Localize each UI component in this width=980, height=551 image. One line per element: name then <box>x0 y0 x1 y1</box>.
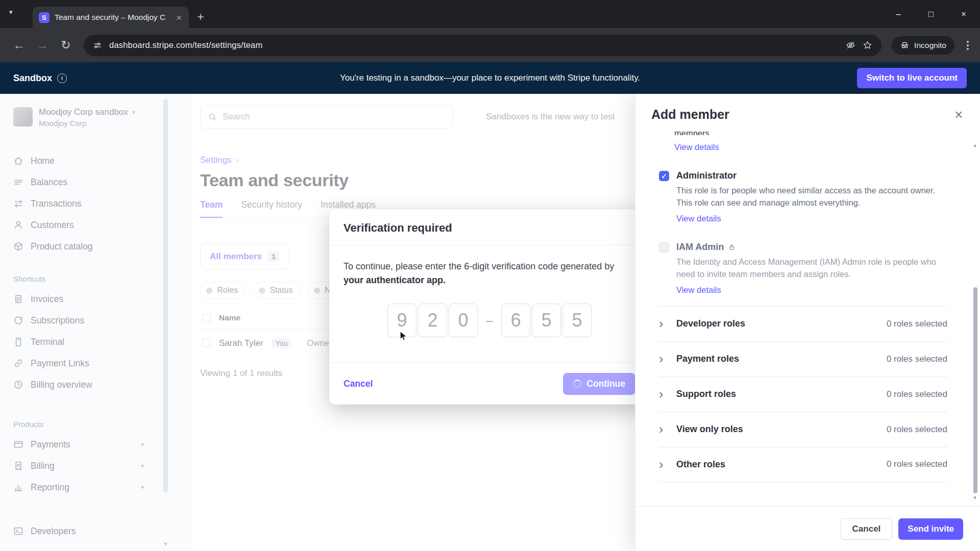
url-text: dashboard.stripe.com/test/settings/team <box>109 40 839 50</box>
browser-chrome: ▾ S Team and security – Moodjoy C × + – … <box>0 0 980 62</box>
administrator-checkbox[interactable]: ✓ <box>659 171 669 181</box>
view-details-link[interactable]: View details <box>674 142 719 152</box>
group-view-only-roles[interactable]: › View only roles 0 roles selected <box>659 412 947 447</box>
maximize-button[interactable]: □ <box>915 0 947 28</box>
mouse-cursor <box>398 330 410 342</box>
chevron-right-icon: › <box>659 388 669 400</box>
modal-title: Verification required <box>329 209 650 245</box>
group-status: 0 roles selected <box>887 389 947 399</box>
otp-digit-5[interactable]: 5 <box>532 304 561 337</box>
role-description: This role is for people who need similar… <box>676 185 944 209</box>
address-bar[interactable]: dashboard.stripe.com/test/settings/team <box>84 35 881 56</box>
tab-strip: ▾ S Team and security – Moodjoy C × + – … <box>0 0 980 28</box>
site-settings-icon[interactable] <box>93 41 102 50</box>
window-close-button[interactable]: × <box>947 0 980 28</box>
group-status: 0 roles selected <box>887 354 947 364</box>
stripe-favicon: S <box>39 12 50 23</box>
panel-body: members. View details ✓ Administrator Th… <box>635 132 980 506</box>
send-invite-button[interactable]: Send invite <box>898 518 963 540</box>
group-other-roles[interactable]: › Other roles 0 roles selected <box>659 447 947 482</box>
group-developer-roles[interactable]: › Developer roles 0 roles selected <box>659 306 947 341</box>
chevron-right-icon: › <box>659 458 669 471</box>
tab-close-icon[interactable]: × <box>175 12 183 23</box>
forward-button[interactable]: → <box>32 38 53 52</box>
incognito-label: Incognito <box>914 41 946 50</box>
window-menu-icon[interactable]: ▾ <box>9 8 13 16</box>
chevron-right-icon: › <box>659 317 669 330</box>
check-icon: ✓ <box>662 172 667 180</box>
browser-tab[interactable]: S Team and security – Moodjoy C × <box>33 7 189 28</box>
role-name-text: IAM Admin <box>676 242 724 253</box>
window-controls: – □ × <box>882 0 980 28</box>
group-status: 0 roles selected <box>887 424 947 435</box>
group-label: Payment roles <box>676 354 739 364</box>
group-status: 0 roles selected <box>887 459 947 469</box>
minimize-button[interactable]: – <box>882 0 915 28</box>
otp-digit-6[interactable]: 5 <box>562 304 592 337</box>
clipped-text: members. <box>674 132 947 135</box>
role-administrator: ✓ Administrator This role is for people … <box>659 170 947 223</box>
otp-digit-4[interactable]: 6 <box>501 304 530 337</box>
role-groups: › Developer roles 0 roles selected › Pay… <box>659 306 947 482</box>
group-label: View only roles <box>676 424 743 435</box>
chevron-right-icon: › <box>659 423 669 436</box>
lock-icon <box>728 243 736 251</box>
group-payment-roles[interactable]: › Payment roles 0 roles selected <box>659 341 947 377</box>
cancel-button[interactable]: Cancel <box>344 379 373 389</box>
back-button[interactable]: ← <box>8 38 30 52</box>
otp-separator: – <box>479 311 500 330</box>
panel-footer: Cancel Send invite <box>635 506 980 551</box>
role-name: IAM Admin <box>676 242 944 253</box>
switch-to-live-button[interactable]: Switch to live account <box>857 68 967 88</box>
otp-digit-3[interactable]: 0 <box>449 304 478 337</box>
group-label: Other roles <box>676 459 725 470</box>
new-tab-button[interactable]: + <box>197 11 204 23</box>
modal-body-emphasis: your authenticator app. <box>344 275 446 285</box>
group-status: 0 roles selected <box>887 319 947 329</box>
role-name: Administrator <box>676 170 944 181</box>
view-details-link[interactable]: View details <box>676 214 721 223</box>
incognito-icon <box>900 40 910 50</box>
view-details-link[interactable]: View details <box>676 285 721 295</box>
cancel-button[interactable]: Cancel <box>841 518 893 540</box>
scroll-up-icon[interactable]: ▲ <box>972 142 977 148</box>
chevron-right-icon: › <box>659 353 669 365</box>
continue-label: Continue <box>586 379 625 389</box>
group-label: Developer roles <box>676 318 745 329</box>
otp-input-group: 9 2 0 – 6 5 5 <box>344 304 635 337</box>
add-member-panel: Add member × members. View details ✓ Adm… <box>635 94 980 551</box>
dashboard: Moodjoy Corp sandbox ▾ Moodjoy Corp Home… <box>0 94 980 551</box>
close-icon[interactable]: × <box>954 108 963 122</box>
verification-modal: Verification required To continue, pleas… <box>329 209 650 405</box>
loading-spinner-icon <box>573 380 581 388</box>
eye-off-icon[interactable] <box>846 40 855 50</box>
browser-toolbar: ← → ↻ dashboard.stripe.com/test/settings… <box>0 28 980 62</box>
modal-footer: Cancel Continue <box>329 362 650 405</box>
otp-digit-2[interactable]: 2 <box>418 304 447 337</box>
panel-scrollbar-thumb[interactable] <box>973 287 977 493</box>
sandbox-banner: Sandbox i You're testing in a sandbox—yo… <box>0 62 980 94</box>
iam-admin-checkbox <box>659 242 669 253</box>
tab-title: Team and security – Moodjoy C <box>55 13 170 22</box>
panel-header: Add member × <box>635 94 980 122</box>
info-icon[interactable]: i <box>57 73 67 83</box>
scroll-down-icon[interactable]: ▼ <box>972 495 977 500</box>
reload-button[interactable]: ↻ <box>55 38 77 52</box>
modal-body-text: To continue, please enter the 6-digit ve… <box>344 261 614 271</box>
sandbox-label: Sandbox <box>13 73 52 84</box>
incognito-badge: Incognito <box>892 36 954 55</box>
modal-body: To continue, please enter the 6-digit ve… <box>329 245 650 337</box>
role-description: The Identity and Access Management (IAM)… <box>676 256 944 281</box>
panel-title: Add member <box>651 107 954 122</box>
role-iam-admin: IAM Admin The Identity and Access Manage… <box>659 242 947 295</box>
group-support-roles[interactable]: › Support roles 0 roles selected <box>659 377 947 412</box>
sandbox-message: You're testing in a sandbox—your place t… <box>340 73 640 83</box>
bookmark-star-icon[interactable] <box>863 40 872 50</box>
group-label: Support roles <box>676 389 736 399</box>
browser-menu-icon[interactable] <box>964 38 972 53</box>
continue-button[interactable]: Continue <box>563 373 635 395</box>
